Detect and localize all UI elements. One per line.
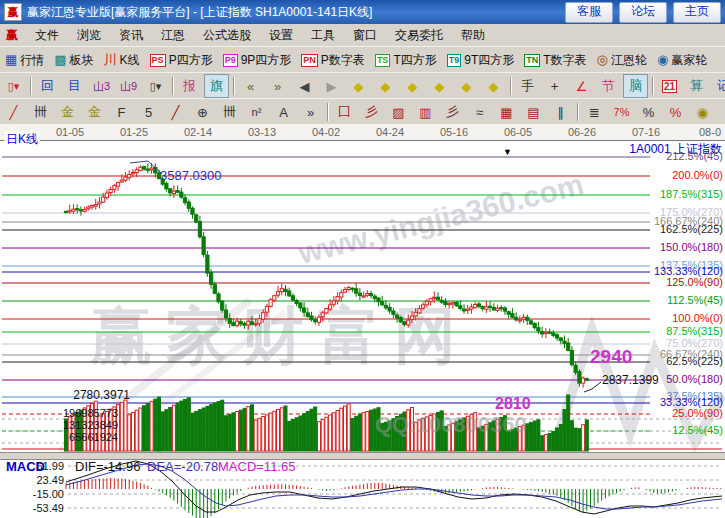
menu-window[interactable]: 窗口 bbox=[344, 25, 386, 46]
menu-settings[interactable]: 设置 bbox=[260, 25, 302, 46]
9p-square-button[interactable]: P99P四方形 bbox=[218, 50, 297, 71]
move-all-button[interactable]: ◆ bbox=[481, 74, 506, 98]
scale-vertical-button[interactable]: ◆ bbox=[454, 74, 479, 98]
zoom-window-icon: 回 bbox=[41, 77, 54, 95]
chart3-button[interactable]: 山3 bbox=[89, 74, 114, 98]
kline-style-icon: ▯▾ bbox=[8, 80, 20, 93]
sectors-button[interactable]: ▩板块 bbox=[49, 50, 98, 71]
last-bar-button[interactable]: » bbox=[265, 74, 290, 98]
marker-pen-button[interactable]: ╱ bbox=[163, 100, 188, 124]
pan-left-icon: ◆ bbox=[354, 79, 364, 94]
flag-chart-button[interactable]: 旗 bbox=[204, 74, 229, 98]
menu-browse[interactable]: 浏览 bbox=[68, 25, 110, 46]
kline-icon: 川 bbox=[104, 53, 117, 67]
home-button[interactable]: 主页 bbox=[673, 2, 721, 23]
menu-gann[interactable]: 江恩 bbox=[152, 25, 194, 46]
price-list-button[interactable]: ≣ bbox=[582, 100, 607, 124]
memo-button[interactable]: 记 bbox=[711, 74, 725, 98]
hand-tool-button[interactable]: 手 bbox=[515, 74, 540, 98]
gold-lines-button[interactable]: ≡ bbox=[717, 100, 725, 124]
red-pattern1-button[interactable]: ▨ bbox=[386, 100, 411, 124]
window-title: 赢家江恩专业版[赢家服务平台] - [上证指数 SH1A0001-141日K线] bbox=[27, 4, 559, 21]
calculator-button[interactable]: 算 bbox=[684, 74, 709, 98]
report-button[interactable]: 报 bbox=[177, 74, 202, 98]
macd-dea-value: DEA=-20.78 bbox=[147, 459, 218, 474]
gold-grid1-button[interactable]: 金 bbox=[55, 100, 80, 124]
axis-price-label: 2780.3971 bbox=[30, 388, 130, 402]
gann-wheel-button[interactable]: ◎江恩轮 bbox=[592, 50, 652, 71]
9t-square-button[interactable]: T99T四方形 bbox=[442, 50, 520, 71]
gold-circle-icon: ◉ bbox=[697, 105, 708, 120]
crosshair-tool-button[interactable]: ＋ bbox=[542, 74, 567, 98]
menu-help[interactable]: 帮助 bbox=[452, 25, 494, 46]
menu-news[interactable]: 资讯 bbox=[110, 25, 152, 46]
forum-button[interactable]: 论坛 bbox=[619, 2, 667, 23]
small-grid-button[interactable]: 卌 bbox=[217, 100, 242, 124]
p-number-table-button[interactable]: PNP数字表 bbox=[296, 50, 370, 71]
percent7-button[interactable]: 7% bbox=[609, 100, 634, 124]
sectors-icon: ▩ bbox=[54, 53, 66, 67]
f-grid-button[interactable]: F bbox=[109, 100, 134, 124]
grid3-button[interactable]: ▦ bbox=[494, 100, 519, 124]
info-panel-button[interactable]: 目 bbox=[62, 74, 87, 98]
first-bar-button[interactable]: « bbox=[238, 74, 263, 98]
gann-grid-button[interactable]: 卌 bbox=[28, 100, 53, 124]
draw-pen-button[interactable]: ╱ bbox=[1, 100, 26, 124]
next-bar-button[interactable]: ▶ bbox=[319, 74, 344, 98]
grid4-button[interactable]: ▤ bbox=[521, 100, 546, 124]
t-number-table-button[interactable]: TNT数字表 bbox=[519, 50, 591, 71]
date-tick: 02-14 bbox=[176, 126, 220, 138]
fan-lines-button[interactable]: 彡 bbox=[440, 100, 465, 124]
chart-area: 01-0501-2502-1403-1304-0204-2405-1606-05… bbox=[0, 124, 725, 518]
solar-term-button[interactable]: 节 bbox=[596, 74, 621, 98]
gold-circle-button[interactable]: ◉ bbox=[690, 100, 715, 124]
grid3-icon: ▦ bbox=[500, 105, 512, 120]
gann-box-button[interactable]: 囗 bbox=[332, 100, 357, 124]
memo-icon: 记 bbox=[717, 77, 725, 95]
percent-line-button[interactable]: % bbox=[663, 100, 688, 124]
date-tick: 05-16 bbox=[432, 126, 476, 138]
t-square-button[interactable]: TST四方形 bbox=[370, 50, 442, 71]
p-square-button[interactable]: PSP四方形 bbox=[145, 50, 218, 71]
a-ruler-button[interactable]: A bbox=[271, 100, 296, 124]
title-bar: 赢 赢家江恩专业版[赢家服务平台] - [上证指数 SH1A0001-141日K… bbox=[0, 0, 725, 24]
more-tools-button[interactable]: » bbox=[298, 100, 323, 124]
pan-right-icon: ◆ bbox=[381, 79, 391, 94]
menu-tools[interactable]: 工具 bbox=[302, 25, 344, 46]
percent-button[interactable]: % bbox=[636, 100, 661, 124]
prev-bar-button[interactable]: ◀ bbox=[292, 74, 317, 98]
kline-button[interactable]: 川K线 bbox=[99, 50, 145, 71]
gann-level-label: 50.0%(180) bbox=[631, 373, 723, 385]
chart9-button[interactable]: 山9 bbox=[116, 74, 141, 98]
toolbar-separator bbox=[233, 77, 234, 95]
first-bar-icon: « bbox=[247, 79, 254, 94]
gann-fan-button[interactable]: 彡 bbox=[359, 100, 384, 124]
period-label: 日K线 bbox=[4, 131, 40, 148]
quotes-button[interactable]: ▦行情 bbox=[0, 50, 49, 71]
toolbar-separator bbox=[510, 77, 511, 95]
winner-wheel-button[interactable]: ◉赢家轮 bbox=[652, 50, 712, 71]
menu-file[interactable]: 文件 bbox=[26, 25, 68, 46]
single-candle-button[interactable]: ▯▾ bbox=[143, 74, 168, 98]
menu-formula-picker[interactable]: 公式选股 bbox=[194, 25, 260, 46]
date-axis: 01-0501-2502-1403-1304-0204-2405-1606-05… bbox=[0, 124, 725, 141]
red-pattern2-button[interactable]: ▥ bbox=[413, 100, 438, 124]
kline-style-button[interactable]: ▯▾ bbox=[1, 74, 26, 98]
wave-tool-button[interactable]: ≈ bbox=[467, 100, 492, 124]
pan-left-button[interactable]: ◆ bbox=[346, 74, 371, 98]
smart-analysis-button[interactable]: 脑 bbox=[623, 74, 648, 98]
gold-grid2-button[interactable]: 金 bbox=[82, 100, 107, 124]
n-square-button[interactable]: n² bbox=[244, 100, 269, 124]
parallel-lines-button[interactable]: ∥ bbox=[548, 100, 573, 124]
five-grid-button[interactable]: 5 bbox=[136, 100, 161, 124]
zoom-window-button[interactable]: 回 bbox=[35, 74, 60, 98]
expand-left-button[interactable]: ◆ bbox=[400, 74, 425, 98]
calendar-21-button[interactable]: 21 bbox=[657, 74, 682, 98]
angle-measure-button[interactable]: ∠ bbox=[569, 74, 594, 98]
percent-line-icon: % bbox=[670, 105, 682, 120]
compass-button[interactable]: ⊕ bbox=[190, 100, 215, 124]
expand-right-button[interactable]: ◆ bbox=[427, 74, 452, 98]
pan-right-button[interactable]: ◆ bbox=[373, 74, 398, 98]
menu-trading[interactable]: 交易委托 bbox=[386, 25, 452, 46]
customer-service-button[interactable]: 客服 bbox=[565, 2, 613, 23]
